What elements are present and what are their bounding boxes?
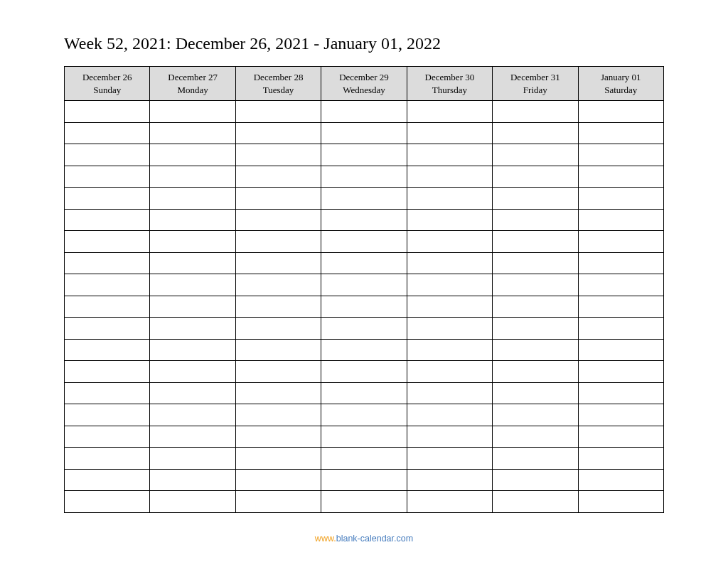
calendar-row: [65, 339, 664, 361]
calendar-cell: [578, 318, 663, 340]
day-header-date: December 26: [68, 71, 146, 84]
day-header-weekday: Monday: [153, 84, 232, 97]
day-header-weekday: Saturday: [582, 84, 660, 97]
calendar-row: [65, 448, 664, 470]
calendar-cell: [407, 339, 492, 361]
calendar-row: [65, 144, 664, 166]
calendar-cell: [235, 144, 321, 166]
calendar-cell: [321, 122, 407, 144]
calendar-cell: [493, 209, 578, 231]
footer-credit: www.blank-calendar.com: [0, 534, 728, 544]
calendar-cell: [407, 296, 492, 318]
calendar-cell: [65, 252, 150, 274]
calendar-cell: [150, 252, 235, 274]
calendar-row: [65, 274, 664, 296]
calendar-cell: [578, 491, 663, 513]
calendar-cell: [321, 469, 407, 491]
calendar-cell: [321, 296, 407, 318]
day-header: December 28 Tuesday: [235, 67, 321, 101]
calendar-cell: [150, 448, 235, 470]
calendar-cell: [150, 231, 235, 253]
calendar-cell: [65, 188, 150, 210]
day-header-date: December 31: [496, 71, 574, 84]
day-header-weekday: Wednesday: [324, 84, 403, 97]
calendar-cell: [321, 404, 407, 426]
calendar-cell: [578, 166, 663, 188]
calendar-row: [65, 404, 664, 426]
calendar-cell: [235, 404, 321, 426]
calendar-cell: [150, 361, 235, 383]
calendar-cell: [407, 361, 492, 383]
calendar-cell: [407, 122, 492, 144]
calendar-cell: [407, 231, 492, 253]
calendar-cell: [65, 274, 150, 296]
calendar-cell: [321, 166, 407, 188]
calendar-cell: [578, 101, 663, 123]
calendar-cell: [321, 188, 407, 210]
calendar-cell: [235, 318, 321, 340]
calendar-cell: [578, 188, 663, 210]
calendar-cell: [407, 274, 492, 296]
calendar-cell: [65, 426, 150, 448]
calendar-cell: [578, 274, 663, 296]
calendar-cell: [407, 209, 492, 231]
calendar-cell: [150, 144, 235, 166]
calendar-row: [65, 101, 664, 123]
calendar-cell: [65, 361, 150, 383]
calendar-cell: [65, 404, 150, 426]
calendar-cell: [65, 469, 150, 491]
calendar-cell: [493, 274, 578, 296]
calendar-cell: [65, 122, 150, 144]
calendar-cell: [150, 166, 235, 188]
calendar-cell: [407, 404, 492, 426]
calendar-cell: [235, 231, 321, 253]
calendar-cell: [150, 296, 235, 318]
calendar-cell: [235, 426, 321, 448]
calendar-cell: [493, 231, 578, 253]
day-header-weekday: Friday: [496, 84, 574, 97]
day-header-date: December 28: [239, 71, 318, 84]
calendar-cell: [578, 252, 663, 274]
calendar-cell: [578, 209, 663, 231]
calendar-cell: [150, 122, 235, 144]
calendar-row: [65, 188, 664, 210]
day-header-weekday: Sunday: [68, 84, 146, 97]
calendar-cell: [65, 491, 150, 513]
calendar-row: [65, 426, 664, 448]
calendar-cell: [235, 339, 321, 361]
calendar-cell: [235, 122, 321, 144]
day-header-weekday: Thursday: [410, 84, 489, 97]
calendar-cell: [493, 252, 578, 274]
calendar-row: [65, 361, 664, 383]
calendar-header-row: December 26 Sunday December 27 Monday De…: [65, 67, 664, 101]
page-title: Week 52, 2021: December 26, 2021 - Janua…: [64, 34, 664, 53]
calendar-cell: [150, 318, 235, 340]
calendar-row: [65, 491, 664, 513]
calendar-cell: [493, 382, 578, 404]
calendar-cell: [235, 448, 321, 470]
calendar-cell: [65, 318, 150, 340]
calendar-cell: [150, 426, 235, 448]
calendar-cell: [150, 382, 235, 404]
calendar-cell: [150, 404, 235, 426]
calendar-cell: [493, 404, 578, 426]
calendar-cell: [578, 448, 663, 470]
calendar-cell: [321, 209, 407, 231]
calendar-cell: [578, 339, 663, 361]
calendar-cell: [321, 144, 407, 166]
calendar-cell: [65, 382, 150, 404]
calendar-row: [65, 296, 664, 318]
calendar-cell: [321, 448, 407, 470]
day-header-weekday: Tuesday: [239, 84, 318, 97]
calendar-cell: [407, 188, 492, 210]
calendar-row: [65, 382, 664, 404]
calendar-cell: [321, 361, 407, 383]
day-header: December 27 Monday: [150, 67, 235, 101]
calendar-cell: [578, 122, 663, 144]
calendar-cell: [321, 101, 407, 123]
day-header-date: December 27: [153, 71, 232, 84]
calendar-cell: [65, 144, 150, 166]
calendar-cell: [235, 166, 321, 188]
calendar-cell: [578, 144, 663, 166]
calendar-cell: [578, 361, 663, 383]
